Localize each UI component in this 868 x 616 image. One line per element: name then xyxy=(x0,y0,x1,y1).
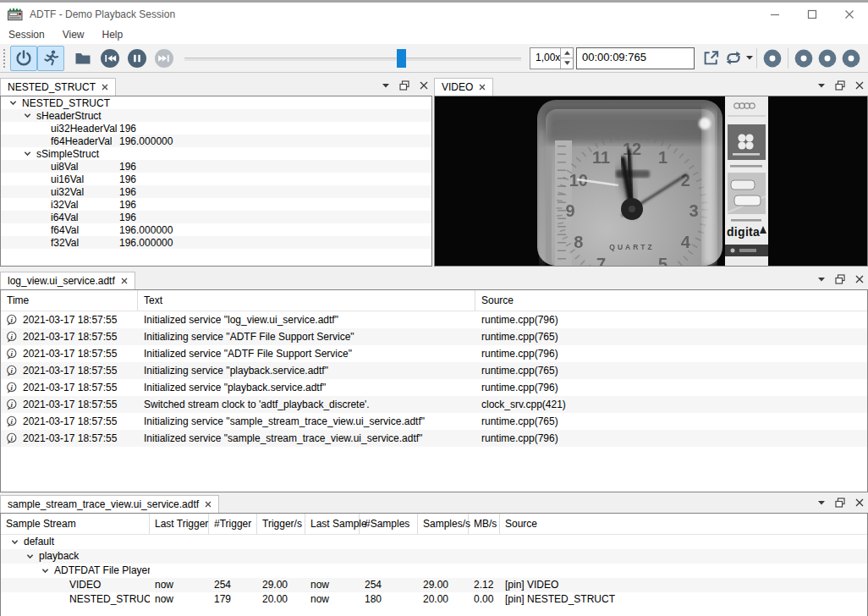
session-run-button[interactable] xyxy=(37,46,64,71)
column-header[interactable]: Time xyxy=(1,290,138,311)
jump-to-start-button[interactable] xyxy=(96,46,124,71)
tab-video[interactable]: VIDEO xyxy=(434,78,493,96)
panel-close-icon[interactable] xyxy=(855,81,864,90)
menu-item-session[interactable]: Session xyxy=(8,27,53,42)
float-panel-icon[interactable] xyxy=(835,498,845,508)
column-header[interactable]: MB/s xyxy=(469,514,500,534)
tree-row[interactable]: NESTED_STRUCT xyxy=(1,96,431,109)
tab-nested-struct[interactable]: NESTED_STRUCT xyxy=(0,78,116,96)
chevron-down-icon[interactable] xyxy=(22,112,33,119)
tree-row[interactable]: ui8Val196 xyxy=(1,160,431,173)
speed-spinbox[interactable]: 1,00x xyxy=(530,47,574,69)
log-text: Initialized service "log_view.ui_service… xyxy=(138,311,475,328)
panel-controls xyxy=(382,80,428,91)
float-panel-icon[interactable] xyxy=(835,274,845,284)
float-panel-icon[interactable] xyxy=(835,80,845,91)
column-header[interactable]: Last Sample xyxy=(305,514,360,534)
table-row[interactable]: NESTED_STRUCTnow17920.00now18020.000.00[… xyxy=(1,592,867,607)
open-external-button[interactable] xyxy=(699,47,722,70)
window-title: ADTF - Demo Playback Session xyxy=(30,8,175,20)
tree-row[interactable]: sSimpleStruct xyxy=(1,147,431,160)
slider-handle[interactable] xyxy=(397,49,406,68)
chevron-down-icon[interactable] xyxy=(9,538,20,546)
playback-position-slider[interactable] xyxy=(184,47,521,70)
tab-close-icon[interactable] xyxy=(479,84,486,91)
time-display[interactable]: 00:00:09:765 xyxy=(576,47,695,69)
tab-close-icon[interactable] xyxy=(205,501,212,508)
minimize-button[interactable] xyxy=(756,3,794,25)
tree-row[interactable]: i64Val196 xyxy=(1,211,431,223)
speed-value[interactable]: 1,00x xyxy=(530,48,560,69)
speed-up-button[interactable] xyxy=(561,48,573,59)
tree-row[interactable]: ADTFDAT File Player xyxy=(1,564,867,578)
chevron-down-icon[interactable] xyxy=(22,150,33,157)
table-row[interactable]: i2021-03-17 18:57:55Initialized service … xyxy=(1,345,867,362)
stream-label: NESTED_STRUCT xyxy=(69,592,150,607)
column-header[interactable]: Text xyxy=(138,290,475,311)
column-header[interactable]: Samples/s xyxy=(418,514,469,534)
speed-down-button[interactable] xyxy=(561,58,573,69)
tab-close-icon[interactable] xyxy=(102,84,108,91)
panel-menu-icon[interactable] xyxy=(818,278,825,282)
jump-to-end-button[interactable] xyxy=(151,46,178,71)
panel-menu-icon[interactable] xyxy=(818,501,825,505)
table-cell xyxy=(150,535,209,549)
table-row[interactable]: VIDEOnow25429.00now25429.002.12[pin] VID… xyxy=(1,578,867,592)
tree-item-value: 196.000000 xyxy=(119,237,173,249)
tree-row[interactable]: sHeaderStruct xyxy=(1,109,431,122)
table-cell xyxy=(150,564,209,578)
tab-log-view[interactable]: log_view.ui_service.adtf xyxy=(0,272,135,289)
record-toggle-button-3[interactable] xyxy=(816,47,839,70)
tree-row[interactable]: ui32Val196 xyxy=(1,185,431,198)
float-panel-icon[interactable] xyxy=(399,80,409,91)
toolbar-drag-handle[interactable] xyxy=(3,48,7,69)
maximize-button[interactable] xyxy=(794,3,831,25)
panel-menu-icon[interactable] xyxy=(818,84,825,88)
column-header[interactable]: Source xyxy=(500,514,867,534)
record-toggle-button-1[interactable] xyxy=(761,47,784,70)
column-header[interactable]: Source xyxy=(475,290,867,311)
pause-button[interactable] xyxy=(124,46,151,71)
column-header[interactable]: #Trigger xyxy=(209,514,257,534)
repeat-dropdown-arrow-icon[interactable] xyxy=(746,56,753,60)
table-row[interactable]: i2021-03-17 18:57:55Initialized service … xyxy=(1,430,867,447)
menu-item-view[interactable]: View xyxy=(62,27,93,42)
table-row[interactable]: i2021-03-17 18:57:55Initializing service… xyxy=(1,413,867,430)
info-icon: i xyxy=(5,331,18,344)
record-toggle-button-4[interactable] xyxy=(839,47,863,70)
tree-row[interactable]: ui32HeaderVal196 xyxy=(1,122,431,135)
tree-row[interactable]: default xyxy=(1,535,867,549)
tree-row[interactable]: i32Val196 xyxy=(1,198,431,211)
panel-menu-icon[interactable] xyxy=(382,84,389,88)
tree-row[interactable]: playback xyxy=(1,549,867,564)
column-header[interactable]: Sample Stream xyxy=(1,514,150,534)
panel-close-icon[interactable] xyxy=(855,498,864,507)
tab-close-icon[interactable] xyxy=(121,278,128,284)
panel-close-icon[interactable] xyxy=(420,81,428,90)
titlebar: ADTF - Demo Playback Session xyxy=(0,3,868,25)
column-header[interactable]: #Samples xyxy=(360,514,418,534)
record-toggle-button-2[interactable] xyxy=(792,47,816,70)
menu-item-help[interactable]: Help xyxy=(102,27,132,42)
svg-text:4: 4 xyxy=(681,233,691,251)
table-row[interactable]: i2021-03-17 18:57:55Switched stream cloc… xyxy=(1,396,867,413)
chevron-down-icon[interactable] xyxy=(40,567,51,575)
repeat-button[interactable] xyxy=(722,48,753,68)
open-file-button[interactable] xyxy=(69,46,96,71)
table-row[interactable]: i2021-03-17 18:57:55Initializing service… xyxy=(1,362,867,379)
column-header[interactable]: Last Trigger xyxy=(150,514,209,534)
tree-row[interactable]: f64Val196.000000 xyxy=(1,223,431,236)
column-header[interactable]: Trigger/s xyxy=(257,514,305,534)
session-power-button[interactable] xyxy=(10,46,37,71)
table-row[interactable]: i2021-03-17 18:57:55Initialized service … xyxy=(1,379,867,396)
close-button[interactable] xyxy=(831,3,868,25)
panel-close-icon[interactable] xyxy=(855,275,864,283)
tree-row[interactable]: f64HeaderVal196.000000 xyxy=(1,135,431,147)
chevron-down-icon[interactable] xyxy=(8,99,19,107)
chevron-down-icon[interactable] xyxy=(25,553,36,560)
tab-trace-view[interactable]: sample_stream_trace_view.ui_service.adtf xyxy=(0,495,219,513)
tree-row[interactable]: f32Val196.000000 xyxy=(1,236,431,249)
tree-row[interactable]: ui16Val196 xyxy=(1,173,431,185)
table-row[interactable]: i2021-03-17 18:57:55Initialized service … xyxy=(1,311,867,328)
table-row[interactable]: i2021-03-17 18:57:55Initializing service… xyxy=(1,328,867,345)
